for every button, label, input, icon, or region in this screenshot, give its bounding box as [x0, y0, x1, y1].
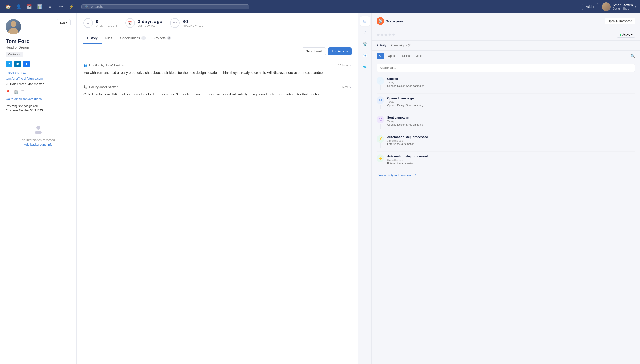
star-5[interactable]: ★ [392, 32, 395, 37]
filter-clicks[interactable]: Clicks [400, 53, 412, 59]
filter-tab-group: All Opens Clicks Visits [376, 53, 425, 59]
view-activity-link[interactable]: View activity in Transpond ↗ [372, 170, 640, 180]
tab-files[interactable]: Files [102, 33, 116, 44]
filter-tabs: All Opens Clicks Visits 🔍 [372, 51, 640, 62]
transpond-logo: 📡 [376, 17, 384, 25]
opportunities-badge: 0 [141, 36, 146, 40]
chevron-down-icon[interactable]: ∨ [349, 64, 352, 67]
status-badge[interactable]: Active ▾ [617, 32, 635, 38]
pipeline-value-stat: 〜 $0 PIPELINE VALUE [170, 18, 203, 28]
lightning-icon[interactable]: ⚡ [67, 2, 76, 11]
pipeline-value-label: PIPELINE VALUE [182, 24, 203, 27]
search-input[interactable] [91, 5, 246, 8]
activity-title: Automation step processed [387, 135, 635, 139]
radio-icon[interactable]: 📡 [360, 39, 370, 49]
avatar-image [602, 2, 610, 11]
contact-phone[interactable]: 07821 866 542 [6, 71, 71, 75]
linkedin-icon[interactable]: in [14, 61, 21, 68]
activity-title: Opened campaign [387, 96, 635, 100]
referring-site-value: google.com [24, 104, 39, 108]
contact-avatar [6, 19, 21, 34]
user-menu[interactable]: Josef Szotten Design Shop ▾ [602, 2, 636, 11]
entry-header: 📞 Call by Josef Szotten 10 Nov ∨ [83, 85, 352, 89]
add-background-link[interactable]: Add background info [10, 143, 67, 146]
outlook-icon[interactable]: 📧 [360, 51, 370, 60]
go-email-link[interactable]: Go to email conversations [6, 97, 71, 101]
activity-description: Opened Design Shop campaign [387, 104, 635, 107]
star-4[interactable]: ★ [388, 32, 391, 37]
tab-activity[interactable]: Activity [376, 41, 386, 50]
activity-search-input[interactable] [376, 64, 635, 72]
tab-history[interactable]: History [83, 33, 102, 44]
tab-campaigns[interactable]: Campaigns (2) [391, 41, 411, 50]
automation-icon: ⚡ [376, 135, 384, 143]
search-all-icon[interactable]: 🔍 [630, 54, 635, 58]
location-icon[interactable]: 📍 [6, 90, 11, 94]
list-detail-icon[interactable]: ☰ [21, 90, 25, 94]
filter-visits[interactable]: Visits [413, 53, 425, 59]
activity-title: Clicked [387, 77, 635, 80]
filter-all[interactable]: All [376, 53, 384, 59]
chevron-down-icon: ▾ [635, 5, 636, 8]
chevron-down-icon[interactable]: ∨ [349, 85, 352, 89]
xero-icon[interactable]: xe [360, 62, 370, 72]
star-1[interactable]: ★ [376, 32, 380, 37]
contact-sidebar: Edit ▾ Tom Ford Head of Design Customer … [0, 14, 77, 364]
edit-button[interactable]: Edit ▾ [57, 19, 71, 26]
home-icon[interactable]: 🏠 [4, 2, 13, 11]
contact-address: 20 Dale Street, Manchester [6, 82, 71, 86]
user-company: Design Shop [612, 7, 633, 10]
status-dot [620, 34, 621, 36]
no-info-section: No information recorded Add background i… [6, 116, 71, 154]
entry-type: 👥 Meeting by Josef Szotten [83, 64, 124, 67]
activity-entries: 👥 Meeting by Josef Szotten 15 Nov ∨ Met … [77, 59, 358, 102]
meeting-icon: 👥 [83, 64, 87, 67]
star-rating[interactable]: ★ ★ ★ ★ ★ [376, 32, 395, 37]
list-item: ⚡ Automation step processed 3 months ago… [376, 132, 635, 152]
view-activity-label: View activity in Transpond [376, 174, 412, 177]
activity-description: Opened Design Shop campaign [387, 84, 635, 87]
reports-icon[interactable]: 📊 [36, 2, 44, 11]
user-details: Josef Szotten Design Shop [612, 3, 633, 10]
svg-point-0 [36, 126, 40, 130]
check-icon[interactable]: ✓ [360, 28, 370, 37]
last-contact-stat: 📅 3 days ago LAST CONTACT [125, 18, 162, 28]
activity-campaigns-tabs: Activity Campaigns (2) [372, 41, 640, 51]
twitter-icon[interactable]: t [6, 61, 13, 68]
send-email-button[interactable]: Send Email [302, 47, 326, 55]
activity-time: Today [387, 100, 635, 103]
log-activity-button[interactable]: Log Activity [328, 47, 352, 55]
list-item: ✉ Opened campaign Today Opened Design Sh… [376, 94, 635, 113]
add-button[interactable]: Add + [582, 3, 598, 10]
calendar-icon[interactable]: 📅 [25, 2, 34, 11]
grid-icon[interactable]: ⊞ [360, 16, 370, 26]
main-layout: Edit ▾ Tom Ford Head of Design Customer … [0, 14, 640, 364]
entry-date: 15 Nov ∨ [338, 64, 352, 67]
organization-icon[interactable]: 🏢 [14, 90, 18, 94]
tab-projects[interactable]: Projects 0 [150, 33, 175, 44]
contact-email[interactable]: tom.ford@ford-futures.com [6, 77, 71, 80]
trends-icon[interactable]: 〜 [57, 2, 65, 11]
activity-info: Automation step processed 3 months ago E… [387, 154, 635, 165]
edit-label: Edit [60, 21, 65, 24]
list-icon[interactable]: ≡ [46, 2, 55, 11]
activity-time: 3 months ago [387, 139, 635, 142]
star-2[interactable]: ★ [380, 32, 384, 37]
filter-opens[interactable]: Opens [385, 53, 398, 59]
open-in-transpond-button[interactable]: Open in Transpond [604, 18, 635, 24]
global-search-bar[interactable]: 🔍 [81, 4, 249, 9]
contacts-icon[interactable]: 👤 [14, 2, 23, 11]
click-icon: ↗ [376, 77, 384, 85]
entry-type-label: Meeting by Josef Szotten [89, 64, 124, 67]
activity-list: ↗ Clicked Today Opened Design Shop campa… [372, 74, 640, 168]
facebook-icon[interactable]: f [23, 61, 30, 68]
activity-time: Today [387, 120, 635, 123]
tab-opportunities[interactable]: Opportunities 0 [116, 33, 149, 44]
referring-site: Referring site google.com [6, 104, 71, 108]
nav-right-section: Add + Josef Szotten Design Shop ▾ [582, 2, 636, 11]
transpond-brand: 📡 Transpond [376, 17, 404, 25]
stats-bar: ≡ 0 OPEN PROJECTS 📅 3 days ago LAST CONT… [77, 14, 358, 33]
customer-number-label: Customer Number [6, 109, 29, 112]
star-3[interactable]: ★ [384, 32, 387, 37]
user-name: Josef Szotten [612, 3, 633, 7]
